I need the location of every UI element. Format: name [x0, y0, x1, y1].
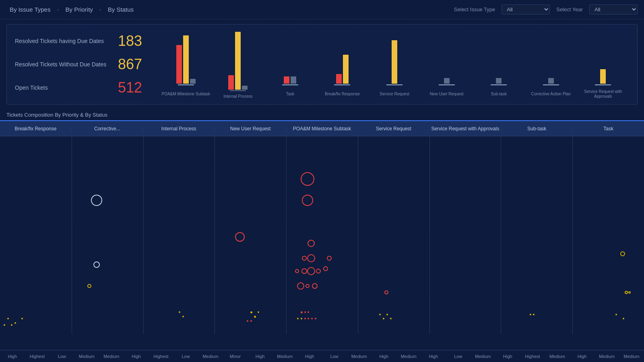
- scatter-bubble: [93, 261, 100, 268]
- summary-stats: Resolved Tickets having Due Dates 183 Re…: [15, 33, 160, 96]
- summary-bar-chart: POA&M Milestone SubtaskInternal ProcessT…: [160, 29, 629, 99]
- scatter-bubble: [312, 283, 318, 289]
- scatter-dot: [250, 311, 252, 313]
- bar-red: [336, 74, 342, 84]
- scatter-dot: [297, 318, 299, 319]
- scatter-bubble: [307, 267, 315, 275]
- bar-group-label: Internal Process: [223, 94, 252, 99]
- scatter-dot: [308, 318, 309, 319]
- x-axis-label: Low: [322, 354, 347, 359]
- x-axis-label: Low: [446, 354, 471, 359]
- x-axis-label: High: [570, 354, 594, 359]
- bar-group: Service Request: [368, 33, 421, 99]
- scatter-dot: [247, 320, 248, 322]
- scatter-section-title: Tickets Composition By Priority & By Sta…: [0, 109, 644, 120]
- stat-open-value: 512: [118, 79, 150, 96]
- x-axis: HighHighestLowMediumMediumHighHighestLow…: [0, 350, 644, 362]
- scatter-bubble: [384, 290, 388, 294]
- col-divider: [501, 136, 501, 334]
- bar-group: New User Request: [421, 33, 473, 99]
- scatter-col-header: Break/fix Response: [0, 126, 72, 132]
- bar-group-label: POA&M Milestone Subtask: [161, 88, 210, 99]
- scatter-dot: [182, 316, 184, 317]
- bar-yellow: [235, 32, 241, 90]
- bar-baseline: [230, 90, 246, 91]
- scatter-col-header: POA&M Milestone Subtask: [287, 126, 358, 132]
- scatter-bubble: [87, 284, 91, 288]
- x-axis-label: Medium: [396, 354, 421, 359]
- bar-yellow: [343, 55, 349, 84]
- x-axis-label: Medium: [99, 354, 124, 359]
- scatter-bubble: [302, 195, 313, 206]
- scatter-bubble: [307, 254, 315, 262]
- bar-gray: [444, 78, 450, 84]
- scatter-bubble: [301, 172, 314, 186]
- x-axis-label: Minor: [223, 354, 248, 359]
- scatter-dot: [304, 311, 306, 313]
- bar-yellow: [600, 69, 606, 84]
- scatter-dot: [615, 314, 617, 315]
- x-axis-label: Low: [173, 354, 198, 359]
- scatter-col-header: New User Request: [215, 126, 287, 132]
- x-axis-label: High: [372, 354, 396, 359]
- x-axis-label: Medium: [594, 354, 619, 359]
- x-axis-label: Medium: [471, 354, 495, 359]
- scatter-dot: [390, 318, 392, 319]
- scatter-col-header: Service Request: [358, 126, 429, 132]
- bar-baseline: [334, 84, 350, 85]
- scatter-body: [0, 136, 644, 350]
- select-issue-type[interactable]: All: [502, 4, 550, 14]
- bar-group: Task: [264, 33, 316, 99]
- scatter-bubble: [305, 284, 310, 288]
- scatter-bubble: [620, 251, 625, 256]
- x-axis-label: Medium: [198, 354, 223, 359]
- scatter-dot: [379, 314, 381, 315]
- summary-panel: Resolved Tickets having Due Dates 183 Re…: [6, 24, 638, 105]
- bar-baseline: [178, 84, 194, 85]
- x-axis-label: Highest: [149, 354, 173, 359]
- x-axis-label: High: [0, 354, 25, 359]
- bar-baseline: [543, 84, 559, 85]
- stat-resolved-without-due: Resolved Tickets Without Due Dates 867: [15, 56, 160, 73]
- bar-gray: [291, 76, 296, 84]
- bar-gray: [496, 78, 502, 84]
- x-axis-label: Medium: [619, 354, 644, 359]
- scatter-dot: [304, 318, 306, 319]
- select-year[interactable]: All: [589, 4, 638, 14]
- scatter-dot: [301, 311, 303, 313]
- x-axis-label: High: [124, 354, 149, 359]
- bar-baseline: [386, 84, 402, 85]
- nav-by-status[interactable]: By Status: [105, 4, 137, 14]
- scatter-col-header: Sub-task: [501, 126, 573, 132]
- stat-open-tickets: Open Tickets 512: [15, 79, 160, 96]
- scatter-bubble: [316, 269, 321, 274]
- scatter-dot: [308, 311, 309, 313]
- bar-red: [176, 45, 182, 84]
- main-content: Resolved Tickets having Due Dates 183 Re…: [0, 19, 644, 362]
- scatter-dot: [250, 320, 252, 322]
- nav-by-priority[interactable]: By Priority: [62, 4, 96, 14]
- scatter-bubble: [302, 256, 307, 261]
- col-divider: [72, 136, 72, 334]
- scatter-bubble: [323, 266, 328, 271]
- scatter-bubble: [235, 232, 245, 242]
- scatter-col-header: Corrective...: [72, 126, 143, 132]
- scatter-column-headers: Break/fix ResponseCorrective...Internal …: [0, 120, 644, 136]
- bar-group-label: Task: [286, 88, 295, 99]
- x-axis-label: Highest: [520, 354, 545, 359]
- bar-yellow: [392, 40, 397, 84]
- bar-group-label: Sub-task: [491, 88, 506, 99]
- scatter-dot: [14, 322, 16, 324]
- x-axis-label: Medium: [272, 354, 297, 359]
- scatter-col-header: Task: [573, 126, 644, 132]
- scatter-bubble: [625, 291, 628, 294]
- scatter-dot: [311, 318, 313, 319]
- scatter-dot: [254, 316, 256, 318]
- scatter-dot: [301, 318, 302, 319]
- x-axis-label: High: [248, 354, 272, 359]
- x-axis-label: Low: [50, 354, 74, 359]
- bar-baseline: [595, 84, 611, 85]
- scatter-dot: [533, 314, 535, 315]
- scatter-col-header: Service Request with Approvals: [429, 126, 501, 132]
- nav-by-issue-types[interactable]: By Issue Types: [6, 4, 54, 14]
